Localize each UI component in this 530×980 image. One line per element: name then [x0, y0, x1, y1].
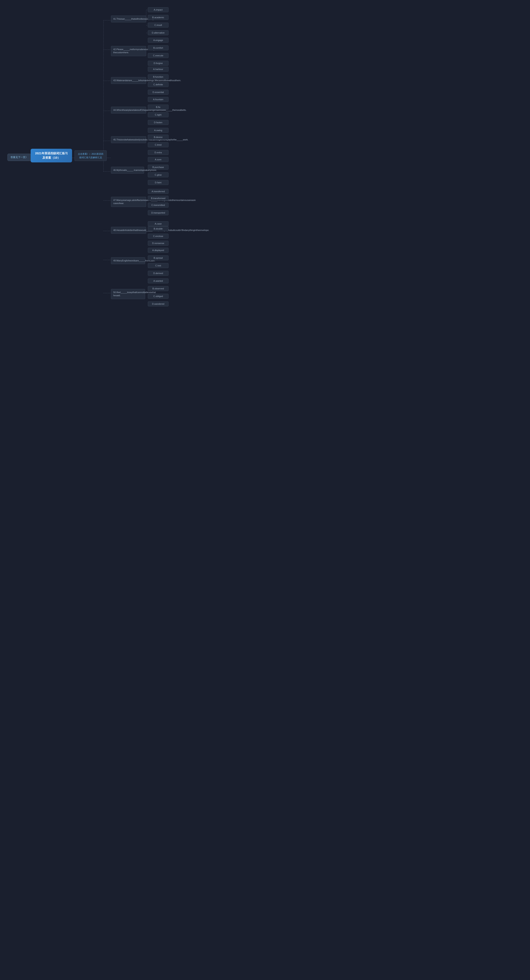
- left-nav-button[interactable]: 答案见下一页》: [8, 154, 31, 161]
- answer-50-b[interactable]: B.observed: [148, 286, 168, 291]
- answer-47-a[interactable]: A.transferred: [148, 189, 168, 194]
- mind-map: 答案见下一页》 2021年英语四级词汇练习及答案（10） 点击查看》）2021英…: [0, 0, 530, 980]
- answer-44-d[interactable]: D.fasten: [148, 120, 168, 125]
- answer-46-c[interactable]: C.glow: [148, 172, 168, 177]
- answer-47-b[interactable]: B.transformed: [148, 196, 168, 201]
- center-title-text: 2021年英语四级词汇练习及答案（10）: [35, 152, 68, 159]
- answer-46-b[interactable]: B.purchase: [148, 165, 168, 170]
- answer-42-a[interactable]: A.engage: [148, 38, 168, 43]
- answer-46-d[interactable]: D.faint: [148, 180, 168, 185]
- question-42: 42.Please_____meformyrudeness.Ireallydok…: [111, 46, 146, 56]
- answer-41-a[interactable]: A.impact: [148, 7, 168, 12]
- answer-42-c[interactable]: C.execute: [148, 53, 168, 58]
- answer-43-a[interactable]: A.harbour: [148, 67, 168, 72]
- answer-48-a[interactable]: A.case: [148, 221, 168, 226]
- answer-45-c[interactable]: C.tired: [148, 142, 168, 147]
- answer-42-d[interactable]: D.forgive: [148, 61, 168, 66]
- center-title-box: 2021年英语四级词汇练习及答案（10）: [31, 149, 72, 162]
- answer-41-c[interactable]: C.insult: [148, 22, 168, 27]
- answer-50-c[interactable]: C.obliged: [148, 294, 168, 299]
- answer-48-d[interactable]: D.nonsense: [148, 241, 168, 246]
- answer-44-b[interactable]: B.fix: [148, 105, 168, 110]
- answer-45-d[interactable]: D.extra: [148, 150, 168, 155]
- question-45: 45.Thisisnotwhatweaskedyoutodo.Youcannot…: [111, 136, 146, 143]
- answer-45-b[interactable]: B.device: [148, 135, 168, 140]
- answer-43-d[interactable]: D.essential: [148, 90, 168, 95]
- answer-47-d[interactable]: D.transported: [148, 210, 168, 215]
- answer-41-d[interactable]: D.alternative: [148, 30, 168, 35]
- right-link-button[interactable]: 点击查看》）2021英语四级词汇练习及解析汇总: [75, 150, 106, 161]
- answer-49-a[interactable]: A.displayed: [148, 248, 168, 253]
- answer-49-c[interactable]: C.lost: [148, 263, 168, 268]
- answer-41-b[interactable]: B.academic: [148, 15, 168, 20]
- answer-47-c[interactable]: C.transmitted: [148, 203, 168, 208]
- right-link-text: 点击查看》）2021英语四级词汇练习及解析汇总: [78, 153, 103, 159]
- question-48: 48.Hesaidinhisletterthatthewould_____som…: [111, 227, 146, 234]
- question-50: 50.Ifeel_____tosaythatIcannotbelievewhat…: [111, 289, 145, 299]
- question-47: 47.Manyyearsago,alotoffactorieswere_____…: [111, 197, 146, 207]
- answer-44-c[interactable]: C.tight: [148, 112, 168, 117]
- answer-46-a[interactable]: A.sore: [148, 157, 168, 162]
- question-46: 46.Mythroatis_____.Icannotspeakanymore.: [111, 167, 144, 173]
- answer-48-c[interactable]: C.enclose: [148, 234, 168, 239]
- answer-45-a[interactable]: A.owing: [148, 128, 168, 133]
- answer-49-d[interactable]: D.derived: [148, 271, 168, 276]
- question-41: 41.Thisisan_____thatwillnotbeeasilyforgo…: [111, 16, 146, 22]
- question-44: 44.Whentheairplanetakesoff,thepassengers…: [111, 107, 146, 113]
- answer-42-b[interactable]: B.comfort: [148, 45, 168, 50]
- answer-49-b[interactable]: B.spread: [148, 255, 168, 260]
- answer-50-a[interactable]: A.wanted: [148, 278, 168, 283]
- answer-44-a[interactable]: A.fountain: [148, 97, 168, 102]
- answer-43-c[interactable]: C.definite: [148, 82, 168, 87]
- question-49: 49.ManyEnglishwordsare_____fromLatin.: [111, 257, 145, 264]
- answer-43-b[interactable]: B.function: [148, 74, 168, 80]
- answer-48-b[interactable]: B.double: [148, 226, 168, 231]
- question-43: 43.Waterandairare_____tohumanbeings.Weca…: [111, 77, 146, 84]
- answer-50-d[interactable]: D.wandered: [148, 301, 168, 306]
- connector-lines: [0, 0, 530, 980]
- nav-label: 答案见下一页》: [11, 156, 28, 159]
